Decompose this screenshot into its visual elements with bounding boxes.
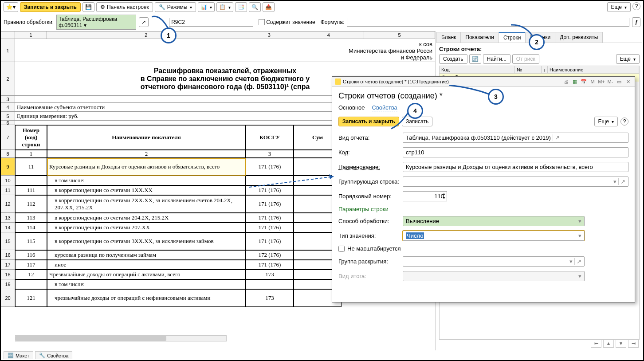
tool-2[interactable]: 📋: [216, 2, 233, 12]
valtype-label: Тип значения:: [338, 232, 403, 239]
bottom-tab-props[interactable]: 🔧 Свойства: [35, 351, 72, 359]
nav-next[interactable]: ▼: [616, 339, 626, 348]
col-header-5[interactable]: 5: [364, 31, 435, 39]
order-label: Порядковый номер:: [338, 193, 403, 200]
row-header[interactable]: 9: [1, 158, 15, 176]
row-header[interactable]: 12: [1, 195, 15, 213]
rule-field[interactable]: Таблица, Расшифровка ф.050311 ▾: [56, 15, 136, 30]
create-button[interactable]: Создать: [439, 54, 467, 64]
row-header[interactable]: 3: [1, 96, 15, 103]
row-header[interactable]: 7: [1, 125, 15, 150]
callout-4: 4: [407, 103, 423, 119]
group-label: Группирующая строка:: [338, 178, 403, 185]
row-header[interactable]: 8: [1, 150, 15, 158]
row-header[interactable]: 4: [1, 103, 15, 112]
print-icon[interactable]: 🖨: [562, 78, 570, 85]
callout-3: 3: [488, 89, 504, 105]
tool-1[interactable]: 📊: [198, 2, 215, 12]
order-field[interactable]: 110▲▼: [403, 191, 447, 201]
horizontal-scrollbar[interactable]: [15, 335, 227, 341]
row-header[interactable]: 18: [1, 270, 15, 279]
row-header[interactable]: 10: [1, 176, 15, 185]
noscale-label: Не масштабируется: [347, 245, 401, 252]
col-header-1[interactable]: 1: [15, 31, 47, 39]
m-minus-icon[interactable]: M-: [606, 78, 614, 85]
save-close-button[interactable]: Записать и закрыть: [20, 2, 81, 12]
help-icon[interactable]: ?: [632, 2, 640, 10]
dialog-tab-props[interactable]: Свойства: [372, 104, 397, 111]
dialog-save-close-button[interactable]: Записать и закрыть: [338, 117, 399, 126]
row-header[interactable]: 15: [1, 232, 15, 250]
name-field[interactable]: Курсовые разницы и Доходы от оценки акти…: [403, 162, 628, 172]
row-header[interactable]: 16: [1, 250, 15, 260]
dialog-tab-main[interactable]: Основное: [338, 104, 365, 111]
minimize-icon[interactable]: ▭: [615, 78, 623, 85]
col-header-3[interactable]: 3: [245, 31, 293, 39]
group-field[interactable]: ▾↗: [403, 177, 628, 187]
find-button[interactable]: Найти...: [483, 54, 510, 64]
fx-button[interactable]: ƒ: [632, 17, 640, 27]
main-toolbar: ⭐▾ Записать и закрыть 💾 ⚙Панель настроек…: [1, 1, 643, 13]
dialog-help-icon[interactable]: ?: [620, 118, 628, 126]
tab-blank[interactable]: Бланк: [436, 32, 461, 43]
dialog-more-button[interactable]: Еще: [594, 117, 618, 126]
row-header[interactable]: 6: [1, 121, 15, 125]
refresh-button[interactable]: 🔄: [469, 54, 481, 64]
bottom-tabs: 🔤 Макет 🔧 Свойства: [4, 351, 72, 359]
row-dialog: Строки отчетов (создание) * (1С:Предприя…: [332, 76, 635, 302]
nav-last[interactable]: ⇥: [628, 339, 639, 348]
report-type-label: Вид отчета:: [338, 134, 403, 141]
row-header[interactable]: 2: [1, 62, 15, 96]
rule-label: Правило обработки:: [4, 19, 54, 25]
cancel-find-button[interactable]: От риск: [512, 54, 539, 64]
nav-prev[interactable]: ▲: [603, 339, 614, 348]
modes-button[interactable]: 🔧Режимы: [155, 2, 196, 12]
selected-cell[interactable]: Курсовые разницы и Доходы от оценки акти…: [47, 158, 246, 176]
formula-input[interactable]: [347, 18, 629, 27]
valtype-field[interactable]: Число▾: [403, 231, 585, 241]
settings-panel-button[interactable]: ⚙Панель настроек: [96, 2, 153, 12]
panel-more-button[interactable]: Еще: [616, 54, 640, 64]
m-plus-icon[interactable]: M+: [597, 78, 605, 85]
row-header[interactable]: 14: [1, 223, 15, 232]
more-button[interactable]: Еще: [607, 2, 631, 12]
expand-field[interactable]: ▾↗: [403, 256, 585, 267]
tab-indicators[interactable]: Показатели: [460, 32, 499, 43]
row-header[interactable]: 19: [1, 279, 15, 289]
report-type-field[interactable]: Таблица, Расшифровка ф.0503110 (действуе…: [403, 133, 628, 143]
code-label: Код:: [338, 149, 403, 156]
nav-first[interactable]: ⇤: [591, 339, 601, 348]
grid-icon[interactable]: ▦: [571, 78, 579, 85]
method-field[interactable]: Вычисление▾: [403, 216, 585, 226]
app-icon: [335, 78, 341, 85]
row-header[interactable]: 17: [1, 260, 15, 270]
params-title: Параметры строки: [338, 206, 628, 212]
row-header[interactable]: 13: [1, 213, 15, 223]
col-header-2[interactable]: 2: [47, 31, 246, 39]
m-icon[interactable]: M: [589, 78, 597, 85]
row-header[interactable]: 1: [1, 39, 15, 62]
cell-ref-input[interactable]: [169, 18, 253, 27]
calendar-icon[interactable]: 📅: [580, 78, 588, 85]
star-button[interactable]: ⭐▾: [4, 2, 18, 12]
bottom-tab-layout[interactable]: 🔤 Макет: [4, 351, 33, 359]
tool-3[interactable]: 📑: [235, 2, 247, 12]
noscale-checkbox[interactable]: [338, 246, 345, 252]
method-label: Способ обработки:: [338, 218, 403, 224]
rule-open[interactable]: ↗: [139, 17, 149, 27]
tool-4[interactable]: 🔍: [249, 2, 261, 12]
code-field[interactable]: стр110: [403, 147, 628, 157]
col-header-4[interactable]: 4: [293, 31, 364, 39]
tab-props[interactable]: Доп. реквизиты: [555, 32, 603, 43]
svg-marker-1: [329, 174, 334, 179]
row-header[interactable]: 20: [1, 289, 15, 307]
tool-5[interactable]: 📤: [263, 2, 275, 12]
save-button[interactable]: 💾: [82, 2, 94, 12]
row-header[interactable]: 11: [1, 185, 15, 195]
close-icon[interactable]: ✕: [624, 78, 632, 85]
dialog-tabs: Основное Свойства: [338, 104, 628, 111]
total-field: ▾: [403, 271, 585, 281]
contains-checkbox[interactable]: [259, 19, 265, 25]
formula-bar: Правило обработки: Таблица, Расшифровка …: [1, 13, 643, 31]
row-header[interactable]: 5: [1, 112, 15, 121]
